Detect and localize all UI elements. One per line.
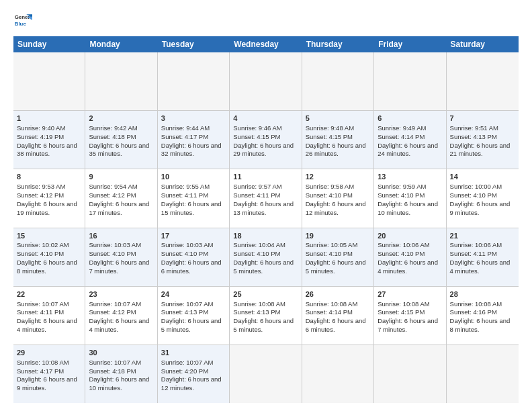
calendar-cell: 22Sunrise: 10:07 AMSunset: 4:11 PMDaylig… [13,287,85,345]
day-info: Sunrise: 9:46 AMSunset: 4:15 PMDaylight:… [233,124,294,157]
day-info: Sunrise: 10:08 AMSunset: 4:13 PMDaylight… [233,300,294,333]
calendar-cell: 5Sunrise: 9:48 AMSunset: 4:15 PMDaylight… [302,111,374,169]
day-number: 25 [233,289,298,300]
calendar-cell: 20Sunrise: 10:06 AMSunset: 4:10 PMDaylig… [374,228,446,286]
calendar-cell: 13Sunrise: 9:59 AMSunset: 4:10 PMDayligh… [374,169,446,227]
day-number: 23 [89,289,153,300]
day-number: 15 [17,231,81,241]
col-header-thursday: Thursday [302,36,374,52]
logo: General Blue [13,11,35,30]
day-number: 26 [306,289,370,300]
day-info: Sunrise: 10:07 AMSunset: 4:11 PMDaylight… [17,300,77,333]
day-number: 8 [17,172,81,182]
day-number: 13 [378,172,442,182]
calendar-week-3: 15Sunrise: 10:02 AMSunset: 4:10 PMDaylig… [13,228,519,287]
calendar-cell [374,52,446,110]
calendar-cell: 19Sunrise: 10:05 AMSunset: 4:10 PMDaylig… [302,228,374,286]
day-number: 28 [450,289,515,300]
day-info: Sunrise: 10:08 AMSunset: 4:17 PMDaylight… [17,359,77,392]
calendar-cell [447,345,519,403]
day-info: Sunrise: 9:44 AMSunset: 4:17 PMDaylight:… [161,124,222,157]
day-number: 22 [17,289,81,300]
day-info: Sunrise: 10:06 AMSunset: 4:11 PMDaylight… [450,241,511,274]
col-header-friday: Friday [374,36,446,52]
col-header-wednesday: Wednesday [230,36,302,52]
calendar-cell: 31Sunrise: 10:07 AMSunset: 4:20 PMDaylig… [158,345,230,403]
calendar-header: SundayMondayTuesdayWednesdayThursdayFrid… [13,36,519,52]
calendar-cell: 8Sunrise: 9:53 AMSunset: 4:12 PMDaylight… [13,169,85,227]
calendar-cell: 21Sunrise: 10:06 AMSunset: 4:11 PMDaylig… [447,228,519,286]
calendar-cell [302,52,374,110]
calendar-cell: 30Sunrise: 10:07 AMSunset: 4:18 PMDaylig… [85,345,157,403]
calendar-cell: 26Sunrise: 10:08 AMSunset: 4:14 PMDaylig… [302,287,374,345]
calendar-cell: 18Sunrise: 10:04 AMSunset: 4:10 PMDaylig… [230,228,302,286]
day-info: Sunrise: 10:07 AMSunset: 4:18 PMDaylight… [89,359,149,392]
day-info: Sunrise: 10:07 AMSunset: 4:20 PMDaylight… [161,359,222,392]
col-header-monday: Monday [85,36,157,52]
day-number: 12 [306,172,370,182]
day-number: 10 [161,172,226,182]
day-number: 3 [161,113,226,124]
day-info: Sunrise: 9:59 AMSunset: 4:10 PMDaylight:… [378,183,438,216]
calendar-body: 1Sunrise: 9:40 AMSunset: 4:19 PMDaylight… [13,52,519,403]
day-info: Sunrise: 9:55 AMSunset: 4:11 PMDaylight:… [161,183,222,216]
day-info: Sunrise: 9:54 AMSunset: 4:12 PMDaylight:… [89,183,149,216]
calendar-cell [13,52,85,110]
calendar-cell [158,52,230,110]
calendar-cell: 7Sunrise: 9:51 AMSunset: 4:13 PMDaylight… [447,111,519,169]
day-info: Sunrise: 10:05 AMSunset: 4:10 PMDaylight… [306,241,366,274]
col-header-sunday: Sunday [13,36,85,52]
calendar-cell: 6Sunrise: 9:49 AMSunset: 4:14 PMDaylight… [374,111,446,169]
calendar-week-2: 8Sunrise: 9:53 AMSunset: 4:12 PMDaylight… [13,169,519,228]
calendar-cell: 1Sunrise: 9:40 AMSunset: 4:19 PMDaylight… [13,111,85,169]
day-info: Sunrise: 10:03 AMSunset: 4:10 PMDaylight… [89,241,149,274]
calendar-cell: 10Sunrise: 9:55 AMSunset: 4:11 PMDayligh… [158,169,230,227]
calendar-week-0 [13,52,519,111]
calendar-cell: 11Sunrise: 9:57 AMSunset: 4:11 PMDayligh… [230,169,302,227]
day-number: 4 [233,113,298,124]
day-number: 18 [233,231,298,241]
calendar-week-4: 22Sunrise: 10:07 AMSunset: 4:11 PMDaylig… [13,287,519,345]
day-info: Sunrise: 9:53 AMSunset: 4:12 PMDaylight:… [17,183,77,216]
calendar-week-5: 29Sunrise: 10:08 AMSunset: 4:17 PMDaylig… [13,345,519,403]
calendar-cell: 12Sunrise: 9:58 AMSunset: 4:10 PMDayligh… [302,169,374,227]
day-info: Sunrise: 10:08 AMSunset: 4:14 PMDaylight… [306,300,366,333]
day-number: 21 [450,231,515,241]
day-number: 29 [17,348,81,358]
day-info: Sunrise: 9:49 AMSunset: 4:14 PMDaylight:… [378,124,438,157]
day-info: Sunrise: 10:06 AMSunset: 4:10 PMDaylight… [378,241,438,274]
header: General Blue [13,11,519,30]
calendar-cell: 17Sunrise: 10:03 AMSunset: 4:10 PMDaylig… [158,228,230,286]
calendar-cell: 16Sunrise: 10:03 AMSunset: 4:10 PMDaylig… [85,228,157,286]
day-number: 14 [450,172,515,182]
day-number: 20 [378,231,442,241]
calendar-cell: 4Sunrise: 9:46 AMSunset: 4:15 PMDaylight… [230,111,302,169]
calendar-cell [447,52,519,110]
day-number: 9 [89,172,153,182]
calendar-cell: 29Sunrise: 10:08 AMSunset: 4:17 PMDaylig… [13,345,85,403]
calendar-cell: 14Sunrise: 10:00 AMSunset: 4:10 PMDaylig… [447,169,519,227]
day-info: Sunrise: 9:57 AMSunset: 4:11 PMDaylight:… [233,183,294,216]
svg-text:Blue: Blue [15,21,27,27]
calendar-cell [85,52,157,110]
page: General Blue SundayMondayTuesdayWednesda… [0,0,532,411]
day-number: 17 [161,231,226,241]
day-info: Sunrise: 10:03 AMSunset: 4:10 PMDaylight… [161,241,222,274]
day-number: 11 [233,172,298,182]
calendar: SundayMondayTuesdayWednesdayThursdayFrid… [13,36,519,403]
day-number: 7 [450,113,515,124]
day-info: Sunrise: 10:08 AMSunset: 4:16 PMDaylight… [450,300,511,333]
day-info: Sunrise: 10:07 AMSunset: 4:12 PMDaylight… [89,300,149,333]
calendar-cell: 25Sunrise: 10:08 AMSunset: 4:13 PMDaylig… [230,287,302,345]
day-number: 6 [378,113,442,124]
calendar-cell: 15Sunrise: 10:02 AMSunset: 4:10 PMDaylig… [13,228,85,286]
calendar-cell: 23Sunrise: 10:07 AMSunset: 4:12 PMDaylig… [85,287,157,345]
day-info: Sunrise: 10:04 AMSunset: 4:10 PMDaylight… [233,241,294,274]
day-number: 24 [161,289,226,300]
day-number: 16 [89,231,153,241]
calendar-cell [374,345,446,403]
calendar-cell: 9Sunrise: 9:54 AMSunset: 4:12 PMDaylight… [85,169,157,227]
day-number: 5 [306,113,370,124]
day-number: 27 [378,289,442,300]
day-info: Sunrise: 9:40 AMSunset: 4:19 PMDaylight:… [17,124,77,157]
